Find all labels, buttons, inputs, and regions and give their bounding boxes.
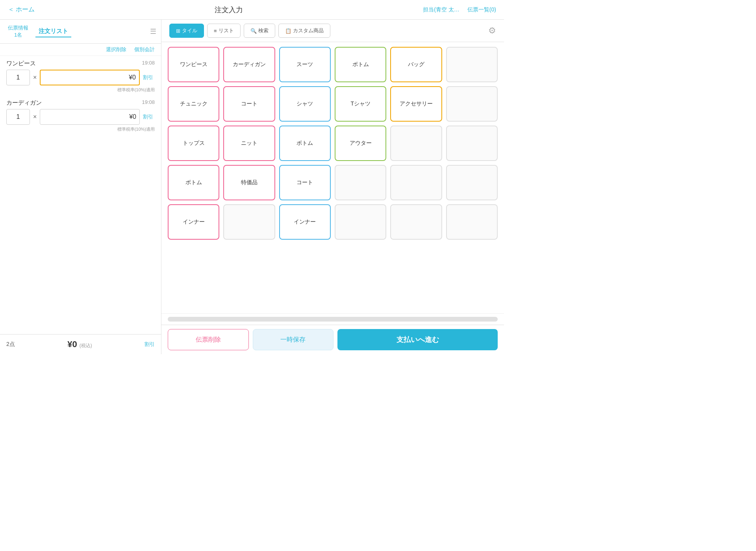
order-item: ワンピース 19:08 1 × ¥0 割引 標準税率(10%)適用 xyxy=(6,60,155,93)
product-tile[interactable]: インナー xyxy=(168,204,219,240)
product-tile[interactable]: ニット xyxy=(223,126,275,161)
product-tile xyxy=(390,165,442,200)
tile-view-button[interactable]: ⊞ タイル xyxy=(169,24,204,38)
product-tile[interactable]: チュニック xyxy=(168,86,219,122)
product-tile xyxy=(446,126,498,161)
product-tile[interactable]: シャツ xyxy=(279,86,331,122)
product-tile[interactable]: ボトム xyxy=(168,165,219,200)
custom-product-button[interactable]: 📋 カスタム商品 xyxy=(278,24,330,38)
pay-button[interactable]: 支払いへ進む xyxy=(337,329,498,350)
tax-note: 標準税率(10%)適用 xyxy=(6,126,155,132)
settings-icon[interactable]: ⚙ xyxy=(488,26,496,36)
individual-bill-button[interactable]: 個別会計 xyxy=(134,46,155,53)
order-item-header: ワンピース 19:08 xyxy=(6,60,155,67)
product-tile xyxy=(446,204,498,240)
product-grid: ワンピースカーディガンスーツボトムバッグチュニックコートシャツTシャツアクセサリ… xyxy=(168,47,498,240)
tab-order-label: 注文リスト xyxy=(39,28,68,34)
product-tile xyxy=(446,86,498,122)
multiply-sign: × xyxy=(33,74,37,81)
main-layout: 伝票情報1名 注文リスト ☰ 選択削除 個別会計 ワンピース 19:08 1 xyxy=(0,20,504,354)
product-tile[interactable]: ボトム xyxy=(279,126,331,161)
product-tile[interactable]: ワンピース xyxy=(168,47,219,82)
footer-total: ¥0 (税込) xyxy=(67,339,92,349)
product-tile[interactable]: インナー xyxy=(279,204,331,240)
item-count: 2点 xyxy=(6,341,15,348)
product-tile[interactable]: 特価品 xyxy=(223,165,275,200)
item-name: ワンピース xyxy=(6,60,36,67)
product-tile[interactable]: スーツ xyxy=(279,47,331,82)
search-button[interactable]: 🔍 検索 xyxy=(244,24,275,38)
scroll-track[interactable] xyxy=(168,317,498,322)
tab-menu-icon[interactable]: ☰ xyxy=(150,27,156,36)
staff-label[interactable]: 担当(青空 太… xyxy=(423,6,460,13)
order-list-header: 選択削除 個別会計 xyxy=(0,44,161,56)
search-label: 検索 xyxy=(258,27,269,34)
product-tile xyxy=(390,204,442,240)
page-title: 注文入力 xyxy=(215,5,243,15)
left-tabs: 伝票情報1名 注文リスト ☰ xyxy=(0,20,161,44)
product-tile[interactable]: コート xyxy=(279,165,331,200)
order-item: カーディガン 19:08 1 × ¥0 割引 標準税率(10%)適用 xyxy=(6,99,155,132)
product-tile[interactable]: アクセサリー xyxy=(390,86,442,122)
product-tile xyxy=(335,204,386,240)
list-icon: ≡ xyxy=(214,28,217,34)
bottom-action-bar: 伝票削除 一時保存 支払いへ進む xyxy=(161,325,504,354)
order-items-list: ワンピース 19:08 1 × ¥0 割引 標準税率(10%)適用 カーディガン… xyxy=(0,56,161,334)
discount-link[interactable]: 割引 xyxy=(143,74,155,81)
product-tile xyxy=(446,165,498,200)
temp-save-label: 一時保存 xyxy=(280,336,306,344)
custom-label: カスタム商品 xyxy=(293,27,324,34)
calendar-icon: 📋 xyxy=(285,28,291,34)
temp-save-button[interactable]: 一時保存 xyxy=(253,329,334,350)
tax-note: 標準税率(10%)適用 xyxy=(6,87,155,93)
tab-order[interactable]: 注文リスト xyxy=(35,26,71,37)
right-panel: ⊞ タイル ≡ リスト 🔍 検索 📋 カスタム商品 ⚙ ワンピースカーディガンス… xyxy=(161,20,504,354)
delete-slip-label: 伝票削除 xyxy=(196,336,221,344)
right-toolbar: ⊞ タイル ≡ リスト 🔍 検索 📋 カスタム商品 ⚙ xyxy=(161,20,504,42)
item-time: 19:08 xyxy=(142,60,155,67)
product-tile xyxy=(223,204,275,240)
product-tile xyxy=(390,126,442,161)
left-footer: 2点 ¥0 (税込) 割引 xyxy=(0,334,161,354)
product-tile[interactable]: ボトム xyxy=(335,47,386,82)
product-tile xyxy=(335,165,386,200)
scroll-bar-area xyxy=(161,313,504,325)
item-time: 19:08 xyxy=(142,99,155,107)
product-tile[interactable]: Tシャツ xyxy=(335,86,386,122)
footer-discount-button[interactable]: 割引 xyxy=(145,341,155,348)
delete-slip-button[interactable]: 伝票削除 xyxy=(168,329,249,350)
product-tile[interactable]: バッグ xyxy=(390,47,442,82)
slip-list-label[interactable]: 伝票一覧(0) xyxy=(467,6,496,13)
product-tile xyxy=(446,47,498,82)
quantity-box[interactable]: 1 xyxy=(6,109,30,125)
header-right: 担当(青空 太… 伝票一覧(0) xyxy=(423,6,496,13)
order-item-row: 1 × ¥0 割引 xyxy=(6,70,155,85)
total-amount: ¥0 xyxy=(67,339,77,349)
product-tile[interactable]: トップス xyxy=(168,126,219,161)
back-button[interactable]: ＜ ホーム xyxy=(8,6,35,14)
product-tile[interactable]: アウター xyxy=(335,126,386,161)
list-view-button[interactable]: ≡ リスト xyxy=(207,24,241,38)
search-icon: 🔍 xyxy=(250,28,257,34)
discount-link[interactable]: 割引 xyxy=(143,113,155,120)
quantity-box[interactable]: 1 xyxy=(6,70,30,85)
item-name: カーディガン xyxy=(6,99,42,107)
header: ＜ ホーム 注文入力 担当(青空 太… 伝票一覧(0) xyxy=(0,0,504,20)
product-tile[interactable]: コート xyxy=(223,86,275,122)
price-box[interactable]: ¥0 xyxy=(40,109,140,125)
tile-label: タイル xyxy=(182,27,197,34)
multiply-sign: × xyxy=(33,113,37,120)
tab-slip[interactable]: 伝票情報1名 xyxy=(5,23,32,40)
order-item-header: カーディガン 19:08 xyxy=(6,99,155,107)
tile-icon: ⊞ xyxy=(176,28,180,34)
price-box-highlighted[interactable]: ¥0 xyxy=(40,70,140,85)
total-tax-label: (税込) xyxy=(80,342,92,349)
left-panel: 伝票情報1名 注文リスト ☰ 選択削除 個別会計 ワンピース 19:08 1 xyxy=(0,20,161,354)
order-item-row: 1 × ¥0 割引 xyxy=(6,109,155,125)
pay-label: 支払いへ進む xyxy=(397,335,439,344)
delete-selected-button[interactable]: 選択削除 xyxy=(106,46,126,53)
product-grid-area: ワンピースカーディガンスーツボトムバッグチュニックコートシャツTシャツアクセサリ… xyxy=(161,42,504,313)
product-tile[interactable]: カーディガン xyxy=(223,47,275,82)
tab-slip-label: 伝票情報1名 xyxy=(8,25,28,38)
list-label: リスト xyxy=(219,27,234,34)
